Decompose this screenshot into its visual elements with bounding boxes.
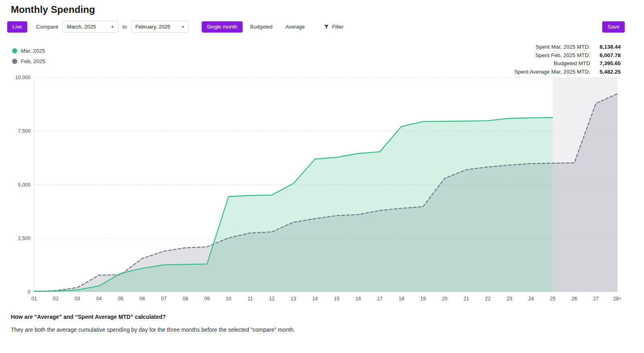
summary-label: Spent Feb, 2025 MTD: [535,52,590,58]
summary-value: 5,482.25 [596,69,621,75]
filter-icon [324,24,329,29]
svg-text:22: 22 [485,296,491,302]
mode-single-month-button[interactable]: Single month [202,21,243,33]
summary-value: 7,395.65 [596,60,621,66]
faq-question: How are “Average” and “Spent Average MTD… [11,314,633,320]
legend-label: Mar, 2025 [21,48,45,54]
summary-row: Budgeted MTD 7,395.65 [514,60,621,69]
svg-text:28+: 28+ [613,296,621,302]
summary-row: Spent Mar, 2025 MTD: 8,138.44 [514,44,621,52]
svg-text:19: 19 [420,296,426,302]
svg-text:17: 17 [377,296,382,302]
chevron-down-icon: ▼ [110,25,114,29]
compare-label: Compare [36,24,59,30]
svg-text:27: 27 [593,296,599,302]
summary-label: Budgeted MTD [554,60,590,66]
svg-text:06: 06 [139,296,145,302]
svg-text:20: 20 [442,296,448,302]
compare-to-value: February, 2025 [135,24,170,30]
spending-report: Mar, 2025 Feb, 2025 Spent Mar, 2025 MTD:… [0,37,644,333]
svg-text:2,500: 2,500 [18,236,31,241]
svg-text:09: 09 [204,296,210,302]
filter-button[interactable]: Filter [319,21,349,33]
legend-label: Feb, 2025 [21,58,45,64]
svg-text:10,000: 10,000 [15,75,31,80]
svg-text:15: 15 [334,296,339,302]
faq: How are “Average” and “Spent Average MTD… [0,304,644,333]
compare-to-select[interactable]: February, 2025 ▼ [131,21,189,33]
mode-average-button[interactable]: Average [280,21,310,33]
svg-text:10: 10 [226,296,231,302]
legend-dot [12,48,17,53]
mode-budgeted-button[interactable]: Budgeted [245,21,278,33]
svg-text:03: 03 [75,296,80,302]
page-title: Monthly Spending [11,4,637,15]
spending-chart: 02,5005,0007,50010,000010203040506070809… [11,74,621,304]
svg-text:0: 0 [28,289,31,295]
page-header: Monthly Spending [0,0,644,15]
summary-value: 6,007.78 [596,52,621,58]
svg-text:12: 12 [269,296,275,302]
summary-row: Spent Feb, 2025 MTD: 6,007.78 [514,52,621,61]
summary-stats: Spent Mar, 2025 MTD: 8,138.44 Spent Feb,… [514,44,621,77]
svg-text:07: 07 [161,296,167,302]
svg-text:04: 04 [96,296,102,302]
svg-text:16: 16 [356,296,361,302]
svg-text:21: 21 [464,296,469,302]
svg-text:01: 01 [31,296,37,302]
svg-text:5,000: 5,000 [18,182,31,188]
chevron-down-icon: ▼ [181,25,185,29]
svg-text:25: 25 [550,296,556,302]
svg-text:26: 26 [571,296,577,302]
svg-text:11: 11 [247,296,253,302]
svg-text:13: 13 [290,296,296,302]
svg-text:05: 05 [118,296,123,302]
toolbar: Live Compare March, 2025 ▼ to February, … [0,15,644,37]
compare-month-value: March, 2025 [67,24,96,30]
svg-text:23: 23 [507,296,512,302]
live-button[interactable]: Live [7,21,27,33]
summary-label: Spent Average Mar, 2025 MTD: [514,69,590,75]
legend-dot [12,59,17,64]
svg-text:24: 24 [528,296,534,302]
svg-text:02: 02 [53,296,59,302]
summary-row: Spent Average Mar, 2025 MTD: 5,482.25 [514,69,621,77]
mode-group: Single month Budgeted Average [202,21,310,33]
faq-answer: They are both the average cumulative spe… [11,326,633,333]
compare-month-select[interactable]: March, 2025 ▼ [62,21,118,33]
svg-text:08: 08 [182,296,188,302]
save-button[interactable]: Save [602,21,625,33]
filter-button-label: Filter [332,24,343,30]
to-label: to [122,24,127,30]
summary-label: Spent Mar, 2025 MTD: [536,44,590,50]
chart-area: 02,5005,0007,50010,000010203040506070809… [11,74,644,304]
svg-text:14: 14 [312,296,318,302]
svg-text:7,500: 7,500 [18,128,31,134]
svg-text:18: 18 [399,296,404,302]
summary-value: 8,138.44 [596,44,621,50]
